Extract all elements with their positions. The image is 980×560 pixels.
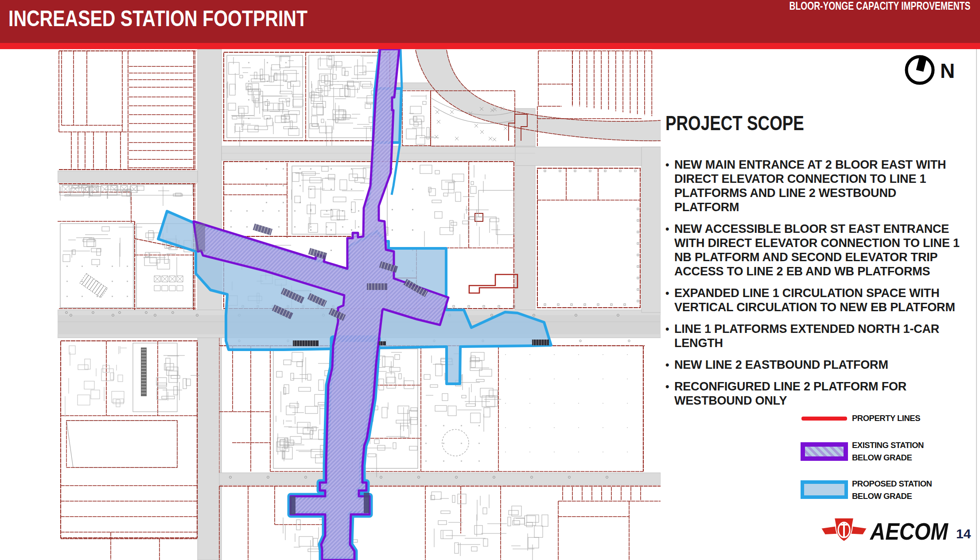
svg-text:N: N — [940, 59, 955, 82]
svg-text:14: 14 — [956, 526, 971, 541]
svg-text:AECOM: AECOM — [869, 518, 949, 545]
